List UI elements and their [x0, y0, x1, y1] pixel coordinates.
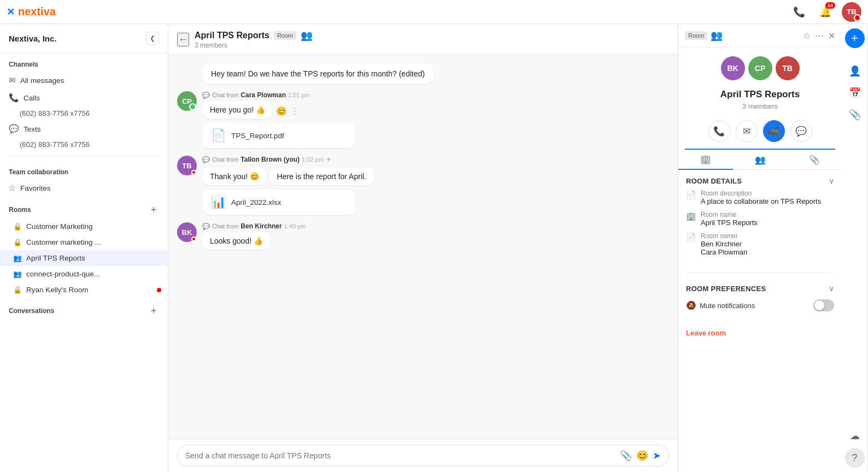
channels-label: Channels	[0, 53, 168, 72]
rp-details-chevron[interactable]: ∨	[829, 176, 834, 185]
chat-back-btn[interactable]: ←	[177, 33, 189, 46]
file-bubble-tps[interactable]: 📄 TPS_Report.pdf	[202, 123, 355, 148]
rp-description-label: Room description	[701, 190, 821, 197]
rp-tab-members[interactable]: 👥	[733, 150, 788, 170]
msg-text-0: Hey team! Do we have the TPS reports for…	[211, 69, 425, 78]
status-dot-tb	[191, 170, 196, 175]
msg-text-1: Here you go! 👍	[210, 105, 265, 114]
avatar-bk: BK	[177, 222, 197, 242]
sidebar-item-texts[interactable]: 💬 Texts	[0, 120, 168, 138]
rp-owner-content: Room owner Ben Kirchner Cara Plowman	[701, 232, 747, 256]
rp-more-btn[interactable]: ⋯	[815, 31, 824, 41]
rp-preferences-section: ROOM PREFERENCES ∨ 🔕 Mute notifications	[678, 278, 842, 320]
main-layout: Nextiva, Inc. ❮ Channels ✉ All messages …	[0, 0, 868, 472]
rp-members-count: 3 members	[678, 100, 842, 116]
chat-from-label-1: Chat from	[212, 92, 238, 98]
emoji-reaction-btn[interactable]: 😊	[276, 106, 287, 116]
team-collab-label: Team collaboration	[0, 161, 168, 179]
top-bar: ✕ nextiva 📞 🔔 14 TB	[0, 0, 868, 24]
calls-number[interactable]: (602) 883-7756 x7756	[0, 107, 168, 120]
file-bubble-xlsx[interactable]: 📊 April_2022.xlsx	[202, 190, 355, 215]
rp-close-btn[interactable]: ✕	[828, 31, 835, 41]
emoji-icon[interactable]: 😊	[636, 450, 648, 462]
rp-star-btn[interactable]: ☆	[803, 31, 811, 41]
mute-icon: 🔕	[686, 300, 696, 310]
rp-name-value: April TPS Reports	[701, 219, 758, 227]
favorites-label: Favorites	[20, 184, 159, 192]
rail-help-icon[interactable]: ?	[845, 448, 865, 468]
avatar-initials-bk: BK	[182, 228, 192, 237]
phone-icon-btn[interactable]: 📞	[789, 2, 809, 22]
rp-avatar-cp: CP	[748, 56, 772, 80]
rp-room-details-label: ROOM DETAILS	[686, 177, 742, 185]
unread-dot	[157, 288, 161, 292]
chat-title-text: April TPS Reports	[195, 31, 269, 40]
room-name-icon: 🏢	[686, 211, 696, 221]
chat-input[interactable]	[185, 451, 615, 460]
sidebar-item-all-messages[interactable]: ✉ All messages	[0, 72, 168, 89]
message-group-0: Hey team! Do we have the TPS reports for…	[177, 64, 669, 84]
rp-chat-btn[interactable]: 💬	[790, 120, 812, 142]
rp-name-label: Room name	[701, 211, 758, 219]
sidebar-collapse-btn[interactable]: ❮	[146, 32, 159, 45]
chat-header-people-icon[interactable]: 👥	[301, 30, 313, 42]
user-avatar-btn[interactable]: TB	[842, 2, 861, 22]
sidebar-item-favorites[interactable]: ☆ Favorites	[0, 179, 168, 197]
rp-mute-label-wrap: 🔕 Mute notifications	[686, 300, 755, 310]
rp-email-btn[interactable]: ✉	[736, 120, 758, 142]
msg-content-0: Hey team! Do we have the TPS reports for…	[202, 64, 669, 84]
more-actions-icon[interactable]: ⋮	[290, 106, 299, 116]
rp-tab-files[interactable]: 📎	[787, 150, 842, 170]
rail-cloud-icon[interactable]: ☁	[845, 426, 865, 446]
room-item-customer-marketing-2[interactable]: 🔒 Customer marketing ...	[0, 234, 168, 250]
room-item-ryan-room[interactable]: 🔒 Ryan Kelly's Room	[0, 282, 168, 298]
rp-divider	[687, 273, 833, 273]
msg-meta-3: 💬 Chat from Ben Kirchner 1:40 pm	[202, 222, 669, 230]
rp-video-btn[interactable]: 📹	[763, 120, 785, 142]
lock-icon-3: 🔒	[13, 286, 22, 294]
avatar-cp: CP	[177, 91, 197, 111]
room-item-connect-product[interactable]: 👥 connect-product-que...	[0, 266, 168, 282]
sidebar-item-calls[interactable]: 📞 Calls	[0, 89, 168, 107]
avatar-tb: TB	[177, 156, 197, 175]
rail-paperclip-icon[interactable]: 📎	[845, 105, 865, 125]
file-bubble-wrap-1: 📄 TPS_Report.pdf	[202, 123, 669, 148]
msg-bubble-wrap-1: Here you go! 👍 😊 ⋮	[202, 101, 299, 121]
texts-icon: 💬	[9, 124, 19, 134]
sidebar-org-title: Nextiva, Inc.	[9, 34, 57, 43]
leave-room-btn[interactable]: Leave room	[678, 324, 734, 341]
owner-icon: 📄	[686, 233, 696, 243]
rp-avatar-initials-bk: BK	[727, 64, 738, 73]
add-room-btn[interactable]: +	[148, 204, 159, 215]
divider-1	[9, 156, 159, 156]
mute-toggle[interactable]	[813, 299, 834, 311]
file-bubble-wrap-2: 📊 April_2022.xlsx	[202, 190, 669, 215]
msg-time-3: 1:40 pm	[284, 223, 306, 229]
texts-number[interactable]: (602) 883-7756 x7756	[0, 138, 168, 151]
all-messages-label: All messages	[20, 76, 159, 85]
rp-prefs-chevron[interactable]: ∨	[829, 284, 834, 293]
rail-calendar-icon[interactable]: 📅	[845, 83, 865, 103]
status-dot-bk	[191, 237, 196, 241]
add-conversation-btn[interactable]: +	[148, 305, 159, 316]
attach-icon[interactable]: 📎	[620, 450, 632, 462]
msg-content-3: 💬 Chat from Ben Kirchner 1:40 pm Looks g…	[202, 222, 669, 252]
rp-tab-details[interactable]: 🏢	[678, 150, 733, 170]
room-label-customer-marketing: Customer Marketing	[26, 222, 93, 231]
file-name-tps: TPS_Report.pdf	[231, 132, 284, 140]
global-add-btn[interactable]: +	[845, 28, 865, 48]
rp-prefs-label: ROOM PREFERENCES	[686, 285, 766, 293]
room-item-april-tps[interactable]: 👥 April TPS Reports	[0, 250, 168, 266]
send-btn[interactable]: ➤	[653, 450, 661, 462]
calls-label: Calls	[24, 94, 159, 102]
rp-mute-label: Mute notifications	[700, 302, 755, 310]
notifications-btn[interactable]: 🔔 14	[816, 2, 835, 22]
rail-user-icon[interactable]: 👤	[845, 61, 865, 81]
rooms-section-header: Rooms +	[0, 197, 168, 219]
room-item-customer-marketing[interactable]: 🔒 Customer Marketing	[0, 219, 168, 234]
chat-from-label-2: Chat from	[212, 156, 238, 163]
room-label-customer-marketing-2: Customer marketing ...	[26, 238, 101, 246]
rp-call-btn[interactable]: 📞	[708, 120, 730, 142]
rp-name-row: 🏢 Room name April TPS Reports	[686, 211, 834, 227]
calls-number-text: (602) 883-7756 x7756	[20, 109, 90, 117]
